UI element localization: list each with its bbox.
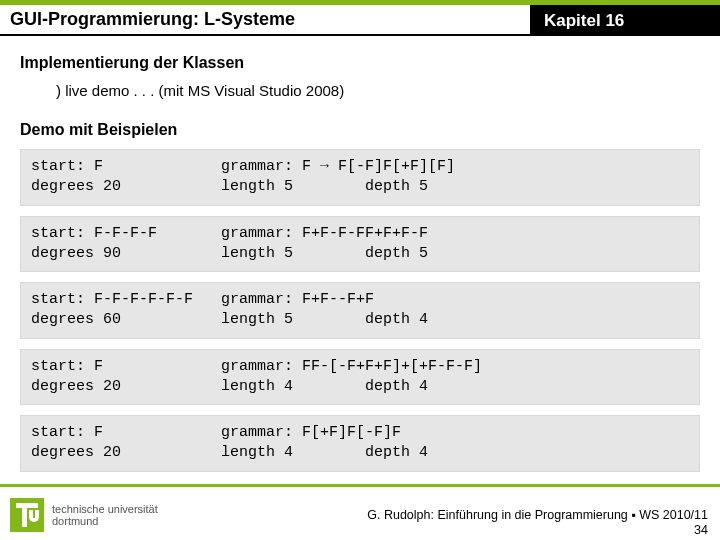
chapter-label: Kapitel 16 bbox=[530, 0, 720, 36]
examples-list: start: F grammar: F → F[-F]F[+F][F] degr… bbox=[20, 149, 700, 472]
section-subtext-1: ) live demo . . . (mit MS Visual Studio … bbox=[56, 82, 700, 99]
slide-content: Implementierung der Klassen ) live demo … bbox=[0, 36, 720, 472]
example-length-depth: length 5 depth 4 bbox=[221, 310, 428, 330]
example-start: start: F bbox=[31, 423, 221, 443]
example-length-depth: length 5 depth 5 bbox=[221, 244, 428, 264]
tu-logo-icon bbox=[10, 498, 44, 532]
example-grammar: grammar: F+F-F-FF+F+F-F bbox=[221, 224, 428, 244]
example-block: start: F grammar: F → F[-F]F[+F][F] degr… bbox=[20, 149, 700, 206]
example-grammar: grammar: F+F--F+F bbox=[221, 290, 374, 310]
example-degrees: degrees 60 bbox=[31, 310, 221, 330]
slide-footer: technische universität dortmund G. Rudol… bbox=[0, 484, 720, 540]
example-block: start: F grammar: FF-[-F+F+F]+[+F-F-F] d… bbox=[20, 349, 700, 406]
example-length-depth: length 5 depth 5 bbox=[221, 177, 428, 197]
page-number: 34 bbox=[694, 523, 708, 537]
example-block: start: F-F-F-F-F-F grammar: F+F--F+F deg… bbox=[20, 282, 700, 339]
slide-title: GUI-Programmierung: L-Systeme bbox=[0, 0, 530, 36]
example-length-depth: length 4 depth 4 bbox=[221, 377, 428, 397]
example-block: start: F grammar: F[+F]F[-F]F degrees 20… bbox=[20, 415, 700, 472]
example-degrees: degrees 20 bbox=[31, 377, 221, 397]
university-logo: technische universität dortmund bbox=[10, 498, 158, 532]
example-grammar: grammar: F → F[-F]F[+F][F] bbox=[221, 157, 455, 177]
university-name: technische universität dortmund bbox=[52, 503, 158, 527]
section-heading-1: Implementierung der Klassen bbox=[20, 54, 700, 72]
example-start: start: F-F-F-F-F-F bbox=[31, 290, 221, 310]
example-block: start: F-F-F-F grammar: F+F-F-FF+F+F-F d… bbox=[20, 216, 700, 273]
example-start: start: F bbox=[31, 157, 221, 177]
example-degrees: degrees 90 bbox=[31, 244, 221, 264]
example-start: start: F-F-F-F bbox=[31, 224, 221, 244]
example-grammar: grammar: FF-[-F+F+F]+[+F-F-F] bbox=[221, 357, 482, 377]
title-bar: GUI-Programmierung: L-Systeme Kapitel 16 bbox=[0, 0, 720, 36]
example-start: start: F bbox=[31, 357, 221, 377]
section-heading-2: Demo mit Beispielen bbox=[20, 121, 700, 139]
example-length-depth: length 4 depth 4 bbox=[221, 443, 428, 463]
credit-line: G. Rudolph: Einführung in die Programmie… bbox=[367, 508, 708, 522]
example-grammar: grammar: F[+F]F[-F]F bbox=[221, 423, 401, 443]
example-degrees: degrees 20 bbox=[31, 443, 221, 463]
example-degrees: degrees 20 bbox=[31, 177, 221, 197]
